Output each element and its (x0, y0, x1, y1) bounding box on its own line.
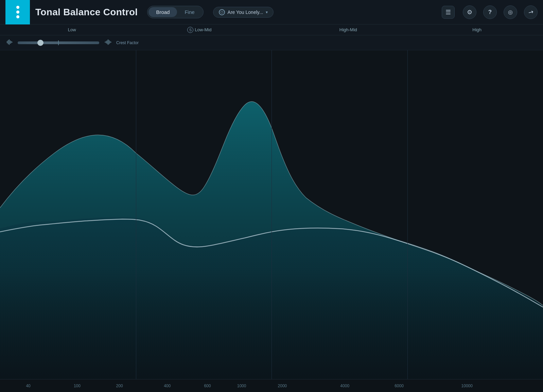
high-mid-band-label: High-Mid (339, 27, 357, 32)
settings-icon: ⚙ (467, 8, 472, 16)
right-bars-icon (105, 39, 112, 47)
freq-600: 600 (204, 384, 211, 388)
listen-icon: ◎ (508, 9, 513, 15)
main-content: Low SLow-Mid High-Mid High (0, 24, 543, 392)
high-divider (407, 50, 408, 379)
fine-button[interactable]: Fine (177, 7, 202, 17)
low-mid-band-label: SLow-Mid (187, 27, 211, 33)
logo-dot-2 (16, 11, 19, 14)
low-divider (136, 50, 136, 379)
freq-10000: 10000 (461, 384, 473, 388)
bypass-icon: ↗ (527, 7, 535, 17)
freq-6000: 6000 (395, 384, 404, 388)
freq-2000: 2000 (278, 384, 287, 388)
svg-rect-3 (10, 40, 11, 44)
freq-4000: 4000 (340, 384, 349, 388)
low-band-label: Low (68, 27, 76, 32)
crest-slider-center-mark (58, 40, 59, 45)
freq-400: 400 (164, 384, 171, 388)
logo-dot-1 (16, 6, 19, 9)
help-button[interactable]: ? (483, 5, 497, 19)
logo-dot-3 (16, 15, 19, 18)
svg-rect-2 (9, 39, 10, 45)
crest-slider-thumb[interactable] (37, 40, 43, 46)
logo-block (5, 0, 30, 24)
svg-rect-4 (11, 41, 12, 43)
broad-fine-toggle: Broad Fine (147, 6, 203, 18)
menu-icon: ☰ (445, 8, 451, 16)
high-band-label: High (472, 27, 481, 32)
track-selector[interactable]: Are You Lonely... ▾ (213, 7, 274, 18)
svg-rect-8 (107, 40, 107, 44)
crest-slider-track[interactable] (18, 41, 99, 44)
bypass-button[interactable]: ↗ (524, 5, 538, 19)
app-title: Tonal Balance Control (35, 7, 138, 18)
svg-rect-7 (106, 41, 106, 43)
chart-wrapper[interactable] (0, 50, 543, 379)
listen-button[interactable]: ◎ (504, 5, 517, 19)
mid-divider (272, 50, 272, 379)
band-labels: Low SLow-Mid High-Mid High (0, 24, 543, 35)
svg-rect-12 (111, 42, 111, 42)
logo-dots (16, 6, 19, 18)
freq-100: 100 (74, 384, 81, 388)
svg-rect-11 (110, 41, 110, 43)
crest-slider-container (18, 41, 99, 44)
broad-button[interactable]: Broad (148, 7, 177, 17)
svg-rect-9 (108, 39, 108, 45)
menu-button[interactable]: ☰ (442, 6, 455, 19)
freq-40: 40 (26, 384, 30, 388)
freq-1000: 1000 (237, 384, 246, 388)
freq-200: 200 (116, 384, 123, 388)
settings-button[interactable]: ⚙ (463, 5, 476, 19)
track-name: Are You Lonely... (228, 10, 263, 15)
crest-factor-label: Crest Factor (116, 40, 139, 45)
frequency-axis: 40 100 200 400 600 1000 2000 4000 6000 1… (0, 379, 543, 392)
waveform-icon (7, 39, 14, 47)
svg-rect-10 (109, 40, 109, 44)
header: Tonal Balance Control Broad Fine Are You… (0, 0, 543, 24)
s-badge: S (187, 27, 193, 33)
crest-row: Crest Factor (0, 35, 543, 50)
track-target-icon (219, 9, 225, 15)
chevron-down-icon: ▾ (266, 10, 268, 15)
svg-rect-0 (7, 41, 7, 43)
svg-rect-6 (105, 42, 105, 42)
svg-rect-5 (12, 42, 13, 42)
help-icon: ? (488, 9, 492, 16)
svg-rect-1 (8, 40, 8, 44)
